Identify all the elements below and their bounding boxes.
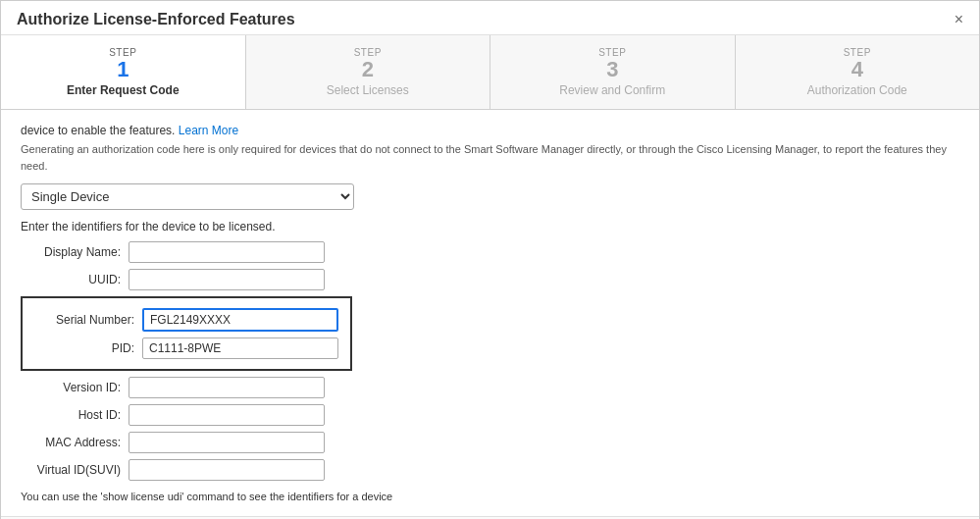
modal-header: Authorize License-Enforced Features × <box>1 1 979 35</box>
step3-description: Review and Confirm <box>500 83 725 97</box>
highlighted-fields-box: Serial Number: PID: <box>21 296 352 371</box>
step-1[interactable]: STEP 1 Enter Request Code <box>1 35 246 109</box>
uuid-row: UUID: <box>21 269 959 290</box>
virtual-id-label: Virtual ID(SUVI) <box>21 463 129 477</box>
info-text: device to enable the features. Learn Mor… <box>21 124 959 137</box>
step2-description: Select Licenses <box>256 83 481 97</box>
serial-number-label: Serial Number: <box>34 313 142 327</box>
close-button[interactable]: × <box>954 11 963 28</box>
mac-address-input[interactable] <box>129 432 325 453</box>
host-id-row: Host ID: <box>21 404 959 426</box>
virtual-id-row: Virtual ID(SUVI) <box>21 459 959 481</box>
authorize-modal: Authorize License-Enforced Features × ST… <box>0 0 980 519</box>
step2-number: 2 <box>256 58 481 81</box>
display-name-label: Display Name: <box>21 245 129 259</box>
steps-bar: STEP 1 Enter Request Code STEP 2 Select … <box>1 35 979 110</box>
display-name-input[interactable] <box>129 241 325 263</box>
version-id-input[interactable] <box>129 377 325 398</box>
hint-text: You can use the 'show license udi' comma… <box>21 491 959 502</box>
pid-row: PID: <box>34 337 338 359</box>
version-id-label: Version ID: <box>21 381 129 394</box>
serial-number-input[interactable] <box>142 308 338 332</box>
learn-more-link[interactable]: Learn More <box>179 124 238 137</box>
pid-label: PID: <box>34 341 142 355</box>
serial-number-row: Serial Number: <box>34 308 338 332</box>
device-type-dropdown-row: Single Device Multiple Devices <box>21 183 959 210</box>
host-id-label: Host ID: <box>21 408 129 422</box>
device-type-dropdown[interactable]: Single Device Multiple Devices <box>21 183 354 210</box>
version-id-row: Version ID: <box>21 377 959 398</box>
modal-title: Authorize License-Enforced Features <box>17 11 295 28</box>
mac-address-row: MAC Address: <box>21 432 959 453</box>
pid-input[interactable] <box>142 337 338 359</box>
step4-number: 4 <box>746 58 970 81</box>
sub-text: Generating an authorization code here is… <box>21 141 959 174</box>
mac-address-label: MAC Address: <box>21 436 129 449</box>
step1-description: Enter Request Code <box>11 83 235 97</box>
step-3[interactable]: STEP 3 Review and Confirm <box>490 35 736 109</box>
step1-number: 1 <box>11 58 235 81</box>
step-2[interactable]: STEP 2 Select Licenses <box>246 35 491 109</box>
step3-number: 3 <box>500 58 725 81</box>
uuid-input[interactable] <box>129 269 325 290</box>
step4-description: Authorization Code <box>746 83 970 97</box>
step-4[interactable]: STEP 4 Authorization Code <box>736 35 980 109</box>
field-instruction: Enter the identifiers for the device to … <box>21 220 959 234</box>
info-text-label: device to enable the features. <box>21 124 175 137</box>
modal-body: device to enable the features. Learn Mor… <box>1 110 979 516</box>
display-name-row: Display Name: <box>21 241 959 263</box>
uuid-label: UUID: <box>21 273 129 286</box>
virtual-id-input[interactable] <box>129 459 325 481</box>
host-id-input[interactable] <box>129 404 325 426</box>
